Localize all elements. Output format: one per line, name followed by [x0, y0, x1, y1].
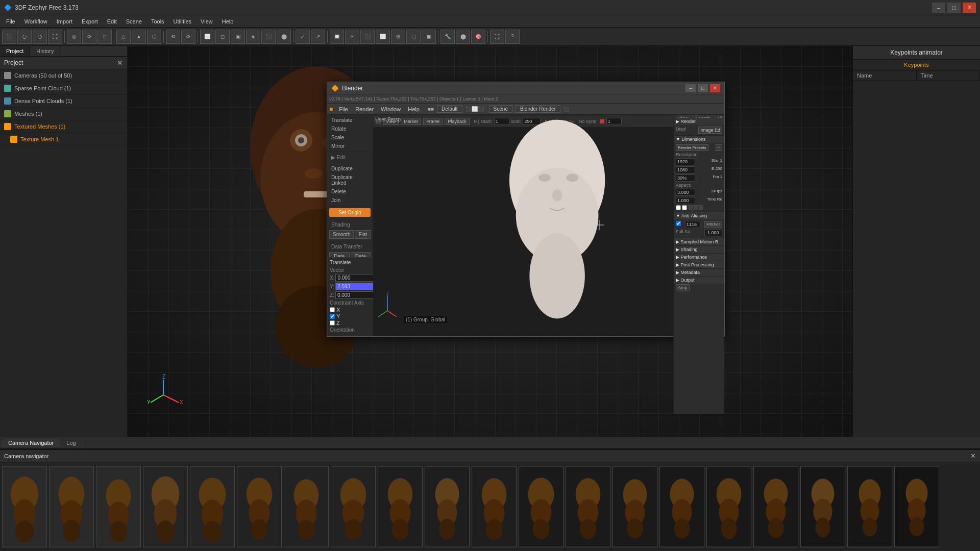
camera-thumb-5[interactable]	[190, 466, 235, 547]
translate-x-input[interactable]	[335, 274, 373, 282]
rp-render-header[interactable]: ▶ Render	[674, 118, 724, 125]
toolbar-btn-25[interactable]: ⊞	[391, 30, 405, 44]
toolbar-btn-1[interactable]: ⬛	[2, 30, 16, 44]
camera-thumb-10[interactable]	[425, 466, 470, 547]
toolbar-btn-10[interactable]: ⬡	[147, 30, 161, 44]
toolbar-btn-24[interactable]: ⬜	[376, 30, 390, 44]
blender-scene-selector[interactable]: Scene	[489, 105, 512, 113]
toolbar-btn-21[interactable]: 🔲	[330, 30, 344, 44]
toolbar-btn-3[interactable]: ⭯	[33, 30, 47, 44]
toolbar-btn-12[interactable]: ⟳	[181, 30, 195, 44]
blender-menu-translate[interactable]: Translate	[327, 116, 373, 124]
toolbar-btn-13[interactable]: ⬜	[200, 30, 214, 44]
constraint-y-checkbox[interactable]	[330, 314, 335, 319]
toolbar-btn-30[interactable]: 🎯	[471, 30, 485, 44]
blender-menu-file[interactable]: File	[336, 105, 351, 113]
camera-thumb-1[interactable]	[2, 466, 47, 547]
camera-thumb-13[interactable]	[566, 466, 610, 547]
blender-minimize-button[interactable]: –	[685, 84, 696, 92]
toolbar-btn-7[interactable]: □	[97, 30, 112, 44]
menu-scene[interactable]: Scene	[122, 17, 146, 26]
toolbar-btn-2[interactable]: ⭮	[17, 30, 32, 44]
rp-aa-filter-selector[interactable]: Mitchell	[704, 221, 722, 228]
rp-res-x-input[interactable]	[676, 158, 695, 165]
rp-output-header[interactable]: ▶ Output	[674, 277, 724, 284]
rp-percent-input[interactable]	[676, 174, 695, 182]
menu-workflow[interactable]: Workflow	[20, 17, 52, 26]
translate-z-input[interactable]	[335, 291, 373, 299]
camera-thumb-18[interactable]	[800, 466, 845, 547]
toolbar-btn-23[interactable]: ⬛	[360, 30, 375, 44]
blender-menu-duplicate-linked[interactable]: Duplicate Linked	[327, 173, 373, 187]
blender-maximize-button[interactable]: □	[698, 84, 708, 92]
rp-performance-header[interactable]: ▶ Performance	[674, 254, 724, 261]
blender-render-engine-selector[interactable]: Blender Render	[516, 105, 560, 113]
blender-menu-duplicate[interactable]: Duplicate	[327, 164, 373, 173]
camera-thumb-11[interactable]	[472, 466, 517, 547]
blender-close-button[interactable]: ✕	[710, 84, 720, 92]
maximize-button[interactable]: □	[947, 3, 961, 13]
camera-thumb-15[interactable]	[659, 466, 704, 547]
main-viewport[interactable]: Z X Y 🔶 Blender – □ ✕	[128, 46, 852, 437]
camera-thumb-6[interactable]	[237, 466, 282, 547]
panel-item-meshes[interactable]: Meshes (1)	[0, 108, 127, 120]
rp-metadata-header[interactable]: ▶ Metadata	[674, 269, 724, 276]
blender-menu-flat[interactable]: Flat	[355, 230, 371, 239]
toolbar-btn-29[interactable]: ⬤	[456, 30, 470, 44]
blender-menu-scale[interactable]: Scale	[327, 133, 373, 142]
rp-motion-header[interactable]: ▶ Sampled Motion B	[674, 238, 724, 245]
camera-thumb-3[interactable]	[96, 466, 141, 547]
blender-menu-window[interactable]: Window	[378, 105, 404, 113]
constraint-x-checkbox[interactable]	[330, 307, 335, 312]
toolbar-btn-17[interactable]: ⬛	[261, 30, 276, 44]
toolbar-btn-14[interactable]: ◻	[215, 30, 230, 44]
rp-aspect-y-input[interactable]	[676, 197, 695, 204]
camera-thumb-12[interactable]	[519, 466, 564, 547]
rp-render-presets[interactable]: Render Presets	[676, 144, 708, 151]
menu-help[interactable]: Help	[218, 17, 238, 26]
toolbar-btn-15[interactable]: ▣	[231, 30, 245, 44]
toolbar-btn-31[interactable]: ⛶	[490, 30, 504, 44]
camera-thumb-19[interactable]	[847, 466, 892, 547]
bottom-tab-log[interactable]: Log	[60, 439, 82, 447]
toolbar-btn-5[interactable]: ◎	[67, 30, 81, 44]
camera-thumb-17[interactable]	[753, 466, 798, 547]
rp-amp-selector[interactable]: Amp	[676, 284, 690, 291]
toolbar-btn-18[interactable]: ⬤	[277, 30, 291, 44]
rp-checkbox2[interactable]	[682, 205, 687, 210]
camera-thumb-9[interactable]	[378, 466, 423, 547]
rp-checkbox[interactable]	[676, 205, 681, 210]
blender-menu-render[interactable]: Render	[352, 105, 377, 113]
rp-display-selector[interactable]: Image Ed	[698, 127, 722, 134]
menu-view[interactable]: View	[197, 17, 217, 26]
tab-project[interactable]: Project	[0, 46, 30, 56]
blender-workspace-selector[interactable]: Default	[437, 105, 462, 113]
blender-menu-join[interactable]: Join	[327, 196, 373, 205]
toolbar-btn-4[interactable]: ⛶	[48, 30, 62, 44]
panel-item-texture-mesh-1[interactable]: Texture Mesh 1	[0, 133, 127, 146]
toolbar-btn-8[interactable]: △	[116, 30, 131, 44]
rp-aspect-x-input[interactable]	[676, 189, 695, 196]
camera-thumb-2[interactable]	[49, 466, 94, 547]
blender-3d-viewport[interactable]: User Persp	[373, 115, 676, 336]
rp-res-y-input[interactable]	[676, 166, 695, 173]
toolbar-btn-6[interactable]: ⟳	[82, 30, 96, 44]
rp-aa-header[interactable]: ▼ Anti-Aliasing	[674, 212, 724, 219]
rp-aa-value-input[interactable]	[685, 221, 700, 228]
toolbar-btn-20[interactable]: ↗	[311, 30, 325, 44]
toolbar-btn-32[interactable]: ?	[505, 30, 520, 44]
rp-full-sample-input[interactable]	[704, 229, 722, 236]
blender-menu-smooth[interactable]: Smooth	[329, 230, 354, 239]
blender-menu-rotate[interactable]: Rotate	[327, 124, 373, 133]
menu-import[interactable]: Import	[53, 17, 77, 26]
toolbar-btn-22[interactable]: ✂	[345, 30, 359, 44]
toolbar-btn-9[interactable]: ▲	[132, 30, 146, 44]
panel-item-dense[interactable]: Dense Point Clouds (1)	[0, 95, 127, 108]
toolbar-btn-19[interactable]: ↙	[296, 30, 310, 44]
toolbar-btn-11[interactable]: ⟲	[166, 30, 180, 44]
menu-export[interactable]: Export	[78, 17, 102, 26]
rp-postprocessing-header[interactable]: ▶ Post Processing	[674, 261, 724, 268]
camera-thumb-16[interactable]	[706, 466, 751, 547]
toolbar-btn-16[interactable]: ◈	[246, 30, 260, 44]
camera-nav-close-button[interactable]: ✕	[970, 452, 976, 460]
